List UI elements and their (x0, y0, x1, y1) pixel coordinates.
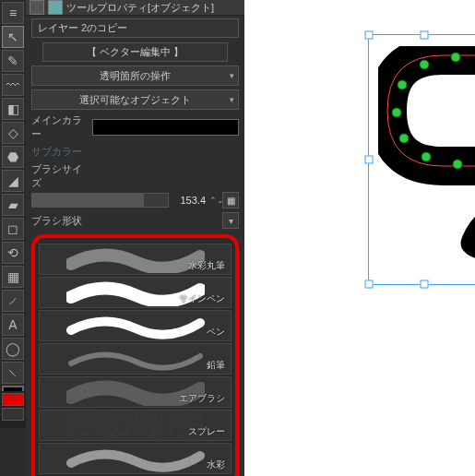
layer-name-text: レイヤー 2のコピー (38, 21, 127, 35)
brush-preset[interactable]: 鉛筆 (39, 343, 232, 375)
canvas-area[interactable] (258, 0, 475, 476)
vector-node-icon[interactable] (453, 160, 463, 170)
brush-preset[interactable]: サインペン (39, 277, 232, 308)
svg-rect-0 (66, 411, 205, 439)
tool-frame-icon[interactable]: ▦ (2, 266, 24, 288)
vector-node-icon[interactable] (399, 134, 410, 144)
tool-fill-icon[interactable]: ◢ (2, 170, 24, 192)
brush-shape-label: ブラシ形状 (31, 214, 87, 228)
tool-property-panel: ≡ ↖ ✎ 〰 ◧ ◇ ⬣ ◢ ▰ ◻ ⟲ ▦ ⟋ A ◯ ⟍ ツールプロパティ… (0, 0, 244, 476)
tool-shape-icon[interactable]: ◻ (2, 218, 24, 240)
handle-icon[interactable] (365, 31, 374, 40)
handle-icon[interactable] (421, 31, 429, 40)
vector-node-icon[interactable] (422, 152, 432, 162)
brush-preset[interactable]: 水彩丸筆 (39, 244, 232, 275)
chevron-down-icon[interactable]: ▾ (222, 212, 239, 229)
brush-size-label: ブラシサイズ (31, 162, 87, 190)
tool-blend-icon[interactable]: ⬣ (2, 146, 24, 168)
tool-menu-icon[interactable]: ≡ (2, 2, 24, 24)
tool-gradient-icon[interactable]: ▰ (2, 194, 24, 216)
editing-status: 【 ベクター編集中 】 (42, 42, 228, 62)
tool-arrow-icon[interactable]: ↖ (2, 26, 24, 48)
brush-preset[interactable]: 水彩 (39, 443, 232, 474)
brush-preset[interactable]: ペン (39, 310, 232, 341)
tool-brush-icon[interactable]: 〰 (2, 74, 24, 96)
chevron-down-icon: ▾ (230, 95, 234, 104)
brush-shape-list: 水彩丸筆 サインペン ペン 鉛筆 エアブラシ スプレー (31, 234, 239, 476)
brush-preset[interactable]: エアブラシ (39, 376, 232, 408)
handle-icon[interactable] (365, 280, 374, 289)
brush-size-value: 153.4 (172, 195, 206, 206)
tool-pen-icon[interactable]: ✎ (2, 50, 24, 72)
tool-ruler-icon[interactable]: ⟋ (2, 290, 24, 312)
tool-icon (48, 0, 63, 15)
options-button[interactable]: ▦ (222, 192, 239, 208)
sub-color-label: サブカラー (31, 145, 87, 159)
menu-icon[interactable] (30, 0, 44, 15)
handle-icon[interactable] (421, 280, 429, 289)
vector-node-icon[interactable] (451, 53, 461, 63)
tool-eraser-icon[interactable]: ◧ (2, 98, 24, 120)
strip-swatch-icon[interactable] (2, 393, 24, 406)
dropdown-selectable-objects[interactable]: 選択可能なオブジェクト ▾ (31, 89, 239, 110)
tool-line2-icon[interactable]: ⟍ (2, 362, 24, 384)
vector-node-icon[interactable] (392, 108, 402, 118)
dropdown-transparent-ops[interactable]: 透明箇所の操作 ▾ (31, 65, 239, 86)
brush-size-slider[interactable] (31, 193, 169, 208)
layer-name-field[interactable]: レイヤー 2のコピー (31, 18, 239, 38)
handle-icon[interactable] (365, 156, 374, 164)
main-color-label: メインカラー (31, 113, 87, 141)
tool-diamond-icon[interactable]: ◇ (2, 122, 24, 144)
vector-node-icon[interactable] (420, 60, 430, 70)
tool-balloon-icon[interactable]: ◯ (2, 338, 24, 360)
panel-header: ツールプロパティ[オブジェクト] (26, 0, 244, 16)
stepper-icon[interactable]: ⌃⌄ (209, 196, 219, 205)
tool-lasso-icon[interactable]: ⟲ (2, 242, 24, 264)
palette-strip (0, 391, 26, 428)
property-column: ツールプロパティ[オブジェクト] レイヤー 2のコピー 【 ベクター編集中 】 … (26, 0, 244, 476)
vector-node-icon[interactable] (398, 80, 408, 90)
main-color-swatch[interactable] (92, 119, 239, 136)
panel-title: ツールプロパティ[オブジェクト] (66, 1, 214, 15)
brush-preset[interactable]: スプレー (39, 410, 232, 441)
chevron-down-icon: ▾ (230, 71, 234, 80)
strip-swatch-icon[interactable] (2, 408, 24, 421)
tool-text-icon[interactable]: A (2, 314, 24, 336)
